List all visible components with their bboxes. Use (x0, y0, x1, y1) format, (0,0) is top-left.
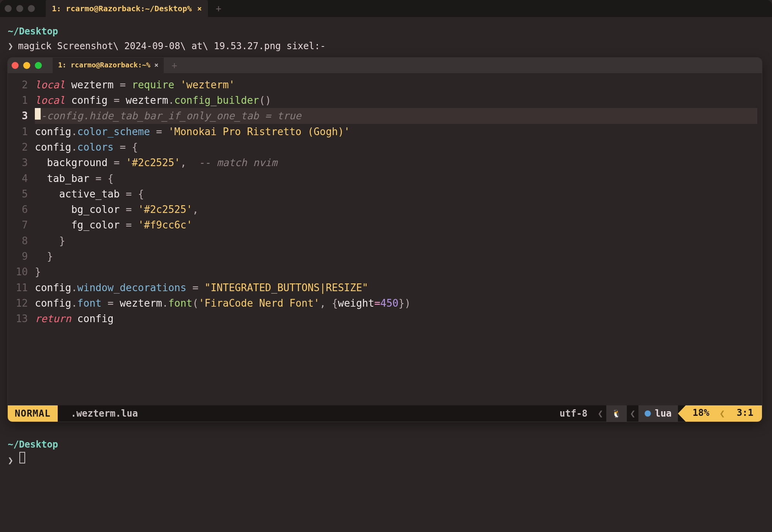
separator-icon: ❮ (627, 405, 638, 422)
status-position: 3:1 (728, 405, 762, 422)
status-percent: 18% (686, 405, 716, 422)
new-tab-button[interactable]: + (212, 3, 225, 14)
prompt-path-2: ~/Desktop (8, 437, 764, 452)
inner-tab-title: 1: rcarmo@Razorback:~% (58, 60, 150, 71)
status-encoding: utf-8 (552, 405, 594, 422)
gutter: 4 (8, 171, 35, 186)
prompt-symbol-icon: ❯ (8, 453, 13, 468)
code-line: 8 } (8, 233, 757, 249)
status-spacer (145, 405, 552, 422)
separator-icon: ❮ (595, 405, 606, 422)
outer-terminal-body[interactable]: ~/Desktop ❯ magick Screenshot\ 2024-09-0… (0, 17, 772, 532)
gutter: 10 (8, 264, 35, 280)
code-line: 9 } (8, 249, 757, 264)
gutter: 6 (8, 202, 35, 217)
inner-tab-active[interactable]: 1: rcarmo@Razorback:~% × (53, 58, 164, 73)
inner-close-icon[interactable] (12, 62, 19, 69)
code-line: 5 active_tab = { (8, 186, 757, 202)
outer-titlebar: 1: rcarmo@Razorback:~/Desktop% × + (0, 0, 772, 17)
outer-tab-title: 1: rcarmo@Razorback:~/Desktop% (52, 4, 192, 13)
cursor-icon (35, 108, 41, 120)
gutter: 12 (8, 295, 35, 311)
code-line: 1 config.color_scheme = 'Monokai Pro Ris… (8, 124, 757, 139)
code-line: 4 tab_bar = { (8, 171, 757, 186)
gutter: 3 (8, 155, 35, 170)
editor-statusline: NORMAL .wezterm.lua utf-8 ❮ 🐧 ❮ lua 18% … (8, 405, 762, 422)
close-tab-icon[interactable]: × (197, 4, 202, 13)
status-language: lua (638, 405, 678, 422)
code-line: 6 bg_color = '#2c2525', (8, 202, 757, 217)
gutter: 11 (8, 280, 35, 295)
tux-icon: 🐧 (612, 407, 621, 420)
gutter: 1 (8, 93, 35, 108)
gutter: 13 (8, 311, 35, 326)
prompt-line-2: ❯ (8, 452, 764, 468)
code-line: 2 config.colors = { (8, 139, 757, 155)
gutter: 5 (8, 186, 35, 202)
code-line: 3 background = '#2c2525', -- match nvim (8, 155, 757, 170)
code-line: 7 fg_color = '#f9cc6c' (8, 217, 757, 233)
inner-traffic-lights (12, 62, 49, 69)
editor-pane[interactable]: 2 local wezterm = require 'wezterm' 1 lo… (8, 73, 762, 405)
inner-window: 1: rcarmo@Razorback:~% × + 2 local wezte… (8, 58, 762, 422)
status-mode: NORMAL (8, 405, 58, 422)
minimize-window-icon[interactable] (16, 5, 23, 12)
inner-maximize-icon[interactable] (35, 62, 42, 69)
status-os: 🐧 (606, 405, 627, 422)
prompt-command-line: ❯ magick Screenshot\ 2024-09-08\ at\ 19.… (8, 39, 764, 53)
separator-icon: ❮ (716, 405, 728, 422)
outer-terminal-window: 1: rcarmo@Razorback:~/Desktop% × + ~/Des… (0, 0, 772, 532)
code-line: 10 } (8, 264, 757, 280)
gutter: 2 (8, 139, 35, 155)
code-line: 1 local config = wezterm.config_builder(… (8, 93, 757, 108)
code-line-current: 3 -config.hide_tab_bar_if_only_one_tab =… (8, 108, 757, 124)
terminal-cursor-icon[interactable] (19, 452, 25, 463)
code-line: 13 return config (8, 311, 757, 326)
inner-new-tab-button[interactable]: + (168, 58, 181, 73)
prompt-symbol-icon: ❯ (8, 39, 13, 53)
gutter: 8 (8, 233, 35, 249)
command-text: magick Screenshot\ 2024-09-08\ at\ 19.53… (18, 39, 326, 53)
maximize-window-icon[interactable] (28, 5, 35, 12)
status-language-label: lua (655, 406, 671, 421)
status-filename: .wezterm.lua (58, 405, 145, 422)
code-line: 11 config.window_decorations = "INTEGRAT… (8, 280, 757, 295)
inner-minimize-icon[interactable] (23, 62, 30, 69)
outer-traffic-lights (5, 5, 42, 12)
lua-icon (645, 410, 651, 417)
gutter: 2 (8, 77, 35, 93)
gutter: 7 (8, 217, 35, 233)
close-window-icon[interactable] (5, 5, 12, 12)
code-line: 12 config.font = wezterm.font('FiraCode … (8, 295, 757, 311)
inner-close-tab-icon[interactable]: × (154, 60, 158, 71)
prompt-path: ~/Desktop (8, 24, 764, 39)
gutter: 1 (8, 124, 35, 139)
separator-icon (678, 405, 686, 422)
code-line: 2 local wezterm = require 'wezterm' (8, 77, 757, 93)
outer-tab-active[interactable]: 1: rcarmo@Razorback:~/Desktop% × (46, 0, 208, 17)
gutter: 9 (8, 249, 35, 264)
inner-titlebar: 1: rcarmo@Razorback:~% × + (8, 58, 762, 73)
gutter-current: 3 (8, 108, 35, 124)
